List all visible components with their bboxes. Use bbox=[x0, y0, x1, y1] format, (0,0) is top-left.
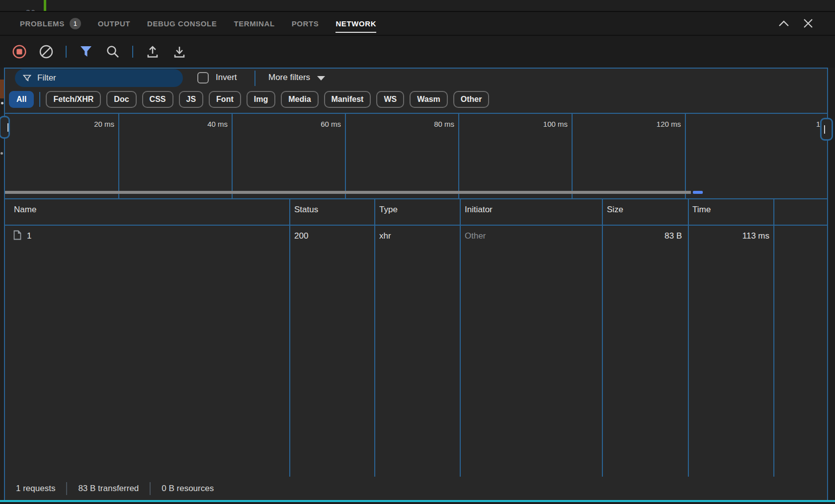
filter-input-pill[interactable] bbox=[15, 69, 183, 87]
chip-css[interactable]: CSS bbox=[142, 91, 173, 108]
time-label: 120 ms bbox=[639, 120, 681, 128]
column-header-initiator[interactable]: Initiator bbox=[465, 205, 493, 215]
panel-tab-bar: PROBLEMS 1 OUTPUT DEBUG CONSOLE TERMINAL… bbox=[0, 12, 835, 35]
timeline-gridline bbox=[572, 114, 573, 198]
timeline-gridline bbox=[345, 114, 346, 198]
transferred-size: 83 B transferred bbox=[78, 484, 139, 494]
table-header-border bbox=[5, 225, 827, 226]
grip-tick bbox=[824, 125, 825, 134]
editor-code-strip: 20 // const yourMMKVStorage = new MMKV()… bbox=[0, 0, 835, 11]
export-har-icon[interactable] bbox=[172, 44, 187, 59]
network-panel: Invert More filters All Fetch/XHR Doc CS… bbox=[5, 69, 827, 500]
column-separator[interactable] bbox=[374, 198, 375, 477]
summary-separator bbox=[66, 482, 67, 495]
invert-label[interactable]: Invert bbox=[216, 73, 237, 83]
tab-terminal[interactable]: TERMINAL bbox=[234, 12, 274, 35]
column-header-size[interactable]: Size bbox=[607, 205, 623, 215]
cell-status: 200 bbox=[294, 231, 308, 241]
resources-size: 0 B resources bbox=[162, 484, 214, 494]
close-icon[interactable] bbox=[803, 18, 813, 28]
more-filters-button[interactable]: More filters bbox=[268, 73, 325, 83]
time-label: 40 ms bbox=[186, 120, 228, 128]
network-overview-timeline[interactable]: 20 ms 40 ms 60 ms 80 ms 100 ms 120 ms 1 bbox=[5, 113, 827, 199]
time-label: 100 ms bbox=[526, 120, 568, 128]
column-header-status[interactable]: Status bbox=[294, 205, 318, 215]
column-separator[interactable] bbox=[773, 198, 774, 477]
problems-count-badge: 1 bbox=[70, 18, 81, 29]
grip-tick bbox=[7, 123, 8, 132]
time-label: 20 ms bbox=[73, 120, 114, 128]
column-header-time[interactable]: Time bbox=[692, 205, 711, 215]
clear-icon[interactable] bbox=[39, 44, 54, 59]
chip-font[interactable]: Font bbox=[209, 91, 241, 108]
cell-time: 113 ms bbox=[688, 231, 769, 241]
invert-checkbox[interactable] bbox=[197, 72, 209, 84]
chip-img[interactable]: Img bbox=[247, 91, 275, 108]
line-number: 20 bbox=[26, 7, 35, 11]
gutter-dot bbox=[1, 102, 3, 104]
modified-line-gutter-marker bbox=[44, 0, 46, 11]
cell-initiator: Other bbox=[465, 231, 486, 241]
tab-ports[interactable]: PORTS bbox=[292, 12, 319, 35]
overview-left-grip[interactable] bbox=[0, 116, 10, 139]
chip-ws[interactable]: WS bbox=[376, 91, 404, 108]
gutter-dot bbox=[0, 152, 3, 155]
chevron-up-icon[interactable] bbox=[778, 20, 789, 27]
chip-doc[interactable]: Doc bbox=[106, 91, 136, 108]
timeline-gridline bbox=[232, 114, 233, 198]
funnel-outline-icon bbox=[23, 75, 31, 82]
chip-other[interactable]: Other bbox=[453, 91, 490, 108]
toolbar-separator bbox=[66, 46, 67, 58]
document-icon bbox=[13, 230, 22, 240]
chip-fetch-xhr[interactable]: Fetch/XHR bbox=[46, 91, 101, 108]
chip-all[interactable]: All bbox=[9, 91, 34, 108]
tab-output[interactable]: OUTPUT bbox=[98, 12, 130, 35]
triangle-down-icon bbox=[317, 76, 325, 81]
tab-problems[interactable]: PROBLEMS 1 bbox=[20, 12, 81, 35]
chip-media[interactable]: Media bbox=[281, 91, 318, 108]
panel-bottom-edge bbox=[0, 500, 835, 502]
network-summary-bar: 1 requests 83 B transferred 0 B resource… bbox=[5, 477, 827, 500]
column-header-type[interactable]: Type bbox=[379, 205, 398, 215]
cell-size: 83 B bbox=[602, 231, 682, 241]
panel-actions bbox=[778, 12, 813, 35]
vscode-panel: 20 // const yourMMKVStorage = new MMKV()… bbox=[0, 0, 835, 504]
time-label: 80 ms bbox=[413, 120, 454, 128]
cell-name: 1 bbox=[27, 231, 31, 241]
column-header-name[interactable]: Name bbox=[14, 205, 36, 215]
overview-request-track bbox=[5, 191, 691, 194]
import-har-icon[interactable] bbox=[145, 44, 160, 59]
record-stop-icon[interactable] bbox=[12, 44, 27, 59]
timeline-gridline bbox=[685, 114, 686, 198]
time-label: 60 ms bbox=[299, 120, 341, 128]
toolbar-separator bbox=[132, 46, 133, 58]
resource-type-filters: All Fetch/XHR Doc CSS JS Font Img Media … bbox=[9, 91, 489, 108]
code-line: 20 // const yourMMKVStorage = new MMKV()… bbox=[0, 0, 29, 11]
overview-request-segment bbox=[693, 191, 703, 194]
timeline-gridline bbox=[458, 114, 459, 198]
filter-funnel-icon[interactable] bbox=[79, 44, 93, 59]
filter-input[interactable] bbox=[36, 73, 163, 84]
summary-separator bbox=[150, 482, 151, 495]
filter-separator bbox=[254, 71, 255, 86]
network-toolbar bbox=[0, 35, 835, 68]
column-separator[interactable] bbox=[289, 198, 290, 477]
chip-manifest[interactable]: Manifest bbox=[324, 91, 371, 108]
tab-network[interactable]: NETWORK bbox=[335, 12, 376, 35]
tab-debug-console[interactable]: DEBUG CONSOLE bbox=[147, 12, 217, 35]
timeline-gridline bbox=[118, 114, 119, 198]
requests-count: 1 requests bbox=[16, 484, 55, 494]
search-icon[interactable] bbox=[105, 44, 120, 59]
cell-type: xhr bbox=[379, 231, 391, 241]
overview-right-grip[interactable] bbox=[820, 118, 833, 141]
chip-js[interactable]: JS bbox=[179, 91, 204, 108]
chip-wasm[interactable]: Wasm bbox=[410, 91, 448, 108]
chip-separator bbox=[39, 92, 40, 107]
column-separator[interactable] bbox=[460, 198, 461, 477]
